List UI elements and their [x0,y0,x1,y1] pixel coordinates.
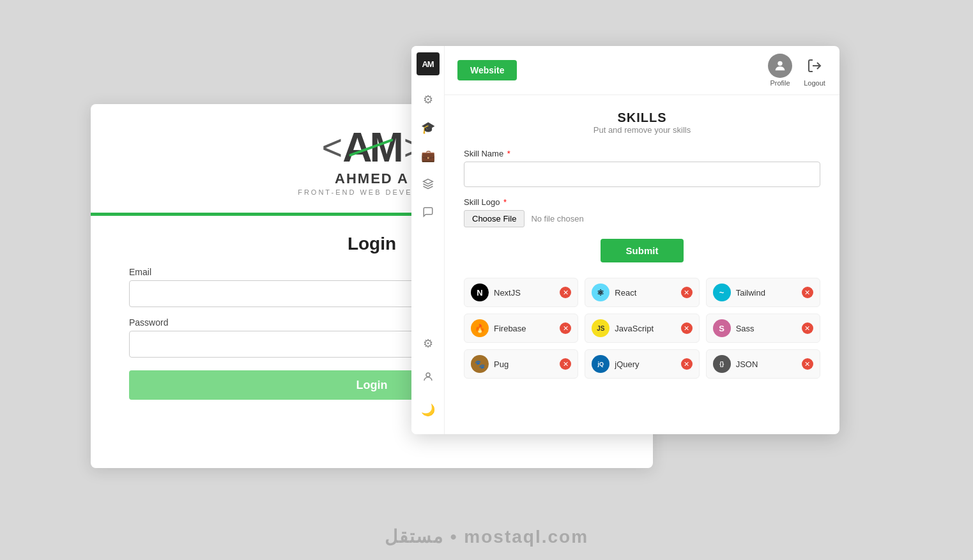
skill-remove-javascript[interactable]: ✕ [681,322,693,334]
skill-logo-tailwind: ~ [713,284,731,301]
skill-logo-react: ⚛ [592,284,609,301]
skill-logo-label: Skill Logo * [464,197,820,207]
skill-item-json: {} JSON ✕ [706,349,820,379]
skill-item-sass: S Sass ✕ [706,314,820,343]
profile-area[interactable]: Profile [768,54,792,87]
sidebar-logo: AM [417,52,440,75]
skill-logo-nextjs: N [471,284,489,301]
skill-remove-sass[interactable]: ✕ [802,322,813,334]
skill-logo-pug: 🐾 [471,355,489,373]
logout-area[interactable]: Logout [802,54,827,87]
skill-remove-jquery[interactable]: ✕ [681,358,693,370]
svg-point-2 [778,61,782,66]
skill-name-label: Skill Name * [464,149,820,158]
login-name: AHMED A [335,170,409,187]
skill-logo-json: {} [713,355,731,373]
svg-marker-0 [423,179,433,185]
svg-point-1 [426,373,430,377]
sidebar-bottom: ⚙ 🌙 [417,332,440,427]
sidebar-item-work[interactable]: 💼 [417,144,440,167]
sidebar-item-chat[interactable] [417,201,440,223]
skill-item-javascript: JS JavaScript ✕ [585,314,699,343]
logout-icon [802,54,827,78]
skill-remove-nextjs[interactable]: ✕ [560,287,571,298]
chevron-left-icon: < [322,130,341,165]
profile-label: Profile [770,79,790,87]
skill-name-sass: Sass [736,324,797,333]
skill-name-jquery: jQuery [615,359,675,369]
sidebar-item-education[interactable]: 🎓 [417,116,440,139]
required-star-logo: * [503,197,507,207]
choose-file-button[interactable]: Choose File [464,210,525,227]
skill-item-react: ⚛ React ✕ [585,278,699,307]
sidebar-user-icon[interactable] [417,365,440,388]
skill-name-tailwind: Tailwind [736,288,797,298]
submit-button[interactable]: Submit [601,239,684,262]
skill-remove-pug[interactable]: ✕ [560,358,571,370]
logout-label: Logout [804,79,825,87]
skill-item-pug: 🐾 Pug ✕ [464,349,578,379]
skills-grid: N NextJS ✕ ⚛ React ✕ ~ Tailwind ✕ [464,278,820,379]
sidebar: AM ⚙ 🎓 💼 ⚙ 🌙 [411,46,445,434]
skills-title: SKILLS [464,110,820,125]
skill-name-javascript: JavaScript [615,324,675,333]
skill-logo-firebase: 🔥 [471,319,489,337]
sidebar-item-layers[interactable] [417,172,440,195]
no-file-text: No file chosen [531,214,583,223]
watermark: مستقل • mostaql.com [385,526,588,547]
skill-logo-row: Choose File No file chosen [464,210,820,227]
skill-logo-javascript: JS [592,319,609,337]
skill-item-firebase: 🔥 Firebase ✕ [464,314,578,343]
sidebar-moon-icon[interactable]: 🌙 [417,398,440,421]
required-star-name: * [507,149,510,158]
skill-logo-jquery: jQ [592,355,609,373]
topbar-right: Profile Logout [768,54,827,87]
skill-remove-tailwind[interactable]: ✕ [802,287,813,298]
main-content: Website Profile Logout SKILLS Pu [445,46,839,434]
skill-name-nextjs: NextJS [494,288,555,298]
skill-name-firebase: Firebase [494,324,555,333]
skills-section: SKILLS Put and remove your skills Skill … [445,95,839,434]
skill-name-input[interactable] [464,162,820,187]
skill-item-tailwind: ~ Tailwind ✕ [706,278,820,307]
login-logo: < AM > [322,127,422,168]
skill-name-react: React [615,288,675,298]
skill-logo-sass: S [713,319,731,337]
skill-remove-firebase[interactable]: ✕ [560,322,571,334]
skill-item-jquery: jQ jQuery ✕ [585,349,699,379]
avatar [768,54,792,78]
sidebar-item-settings[interactable]: ⚙ [417,88,440,111]
skill-name-pug: Pug [494,359,555,369]
dashboard-panel: AM ⚙ 🎓 💼 ⚙ 🌙 Website [411,46,839,434]
skill-remove-react[interactable]: ✕ [681,287,693,298]
sidebar-settings-bottom[interactable]: ⚙ [417,332,440,355]
topbar: Website Profile Logout [445,46,839,95]
website-button[interactable]: Website [457,60,517,80]
skill-name-json: JSON [736,359,797,369]
skill-remove-json[interactable]: ✕ [802,358,813,370]
skill-item-nextjs: N NextJS ✕ [464,278,578,307]
logo-letters: AM [342,127,401,168]
skills-subtitle: Put and remove your skills [464,125,820,135]
